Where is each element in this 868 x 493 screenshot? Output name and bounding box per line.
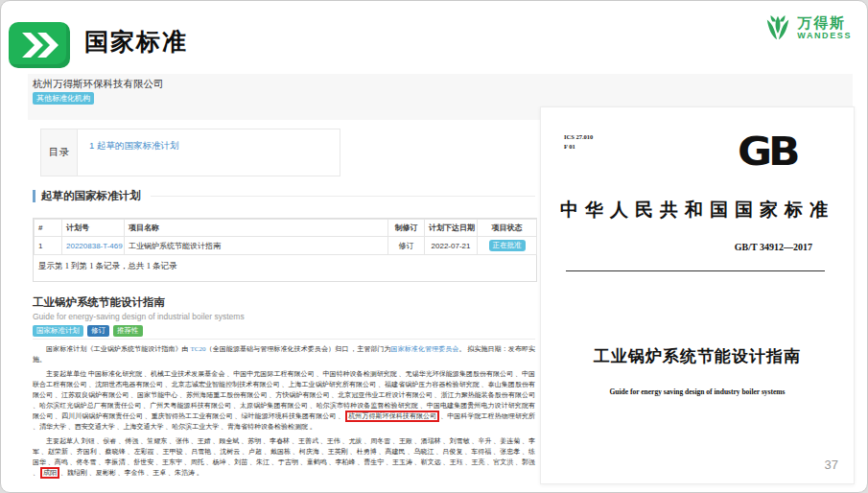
col-issue-date: 计划下达日期 xyxy=(425,220,478,237)
plans-table-panel: # 计划号 项目名称 制修订 计划下达日期 项目状态 1 20220838-T-… xyxy=(33,218,537,282)
gb-logo: GB xyxy=(738,129,797,174)
sac-link[interactable]: 国家标准化管理委员会 xyxy=(391,345,459,353)
table-record-summary: 显示第 1 到第 1 条记录，总共 1 条记录 xyxy=(34,255,536,281)
col-status: 项目状态 xyxy=(478,220,537,237)
col-plan-no: 计划号 xyxy=(62,220,125,237)
paragraph-plan-info: 国家标准计划《工业锅炉系统节能设计指南》由 TC20（全国能源基础与管理标准化技… xyxy=(33,344,535,365)
table-row: 1 20220838-T-469 工业锅炉系统节能设计指南 修订 2022-07… xyxy=(35,237,537,255)
col-project-name: 项目名称 xyxy=(125,220,388,237)
ics-classification: ICS 27.010 F 01 xyxy=(564,132,593,152)
tag-national-standard-plan: 国家标准计划 xyxy=(33,325,83,337)
presentation-slide: 国家标准 万得斯 WANDESS 杭州万得斯环保科技有限公司 其他标准化机构 目… xyxy=(0,0,868,493)
highlighted-company: 杭州万得斯环保科技有限公司 xyxy=(345,411,439,422)
slide-page-number: 37 xyxy=(825,458,838,472)
cell-issue-date: 2022-07-21 xyxy=(425,237,478,255)
ics-code: ICS 27.010 xyxy=(564,132,593,142)
page-title: 国家标准 xyxy=(84,26,188,58)
paragraph-drafters: 主要起草人 刘钮 、侯睿 、傅强 、笪耀东 、张伟 、王婧 、顾全斌 、苏明 、… xyxy=(33,436,535,479)
standard-title: 工业锅炉系统节能设计指南 xyxy=(33,295,245,310)
highlighted-drafter: 成阳 xyxy=(40,467,59,479)
brand-name-en: WANDESS xyxy=(797,31,852,40)
status-badge: 正在批准 xyxy=(489,240,526,251)
section-divider xyxy=(151,196,536,197)
standard-number: GB/T 34912—2017 xyxy=(735,242,812,252)
ics-class-code: F 01 xyxy=(564,142,593,152)
cell-index: 1 xyxy=(35,237,62,255)
gb-standard-cover: ICS 27.010 F 01 GB 中华人民共和国国家标准 GB/T 3491… xyxy=(540,106,855,484)
col-revision: 制修订 xyxy=(388,220,425,237)
double-chevron-icon xyxy=(9,22,70,68)
double-chevron-glyph xyxy=(20,32,59,59)
content-divider xyxy=(33,339,535,340)
cover-standard-title-en: Guide for energy saving design of indust… xyxy=(541,387,854,396)
tag-revision: 修订 xyxy=(87,325,109,337)
section-accent-bar xyxy=(33,190,35,202)
cover-national-header: 中华人民共和国国家标准 xyxy=(541,198,854,223)
standard-description: 国家标准计划《工业锅炉系统节能设计指南》由 TC20（全国能源基础与管理标准化技… xyxy=(33,344,535,482)
slide-canvas: 国家标准 万得斯 WANDESS 杭州万得斯环保科技有限公司 其他标准化机构 目… xyxy=(0,0,868,493)
drafters-list-after: 、魏绍刚 、夏彬彬 、李金伟 、王卓 、朱浩涛 。 xyxy=(60,469,203,477)
cell-project-name: 工业锅炉系统节能设计指南 xyxy=(125,237,388,255)
paragraph-drafting-units: 主要起草单位 中国标准化研究院 、机械工业技术发展基金会 、中国中元国际工程有限… xyxy=(33,369,535,433)
plan-info-prefix: 国家标准计划《工业锅炉系统节能设计指南》由 xyxy=(46,345,191,353)
brand-name-cn: 万得斯 xyxy=(797,14,852,31)
plans-table: # 计划号 项目名称 制修订 计划下达日期 项目状态 1 20220838-T-… xyxy=(34,219,537,255)
section-header: 起草的国家标准计划 xyxy=(33,189,535,203)
cover-standard-title: 工业锅炉系统节能设计指南 xyxy=(541,345,854,367)
wandess-logo: 万得斯 WANDESS xyxy=(763,12,852,43)
table-header-row: # 计划号 项目名称 制修订 计划下达日期 项目状态 xyxy=(35,220,537,237)
toc-box: 目录 1 起草的国家标准计划 xyxy=(40,129,340,176)
tag-recommended: 推荐性 xyxy=(113,325,143,337)
plan-number-link[interactable]: 20220838-T-469 xyxy=(66,242,123,250)
cell-revision: 修订 xyxy=(388,237,425,255)
company-type-tag: 其他标准化机构 xyxy=(33,92,94,105)
company-name: 杭州万得斯环保科技有限公司 xyxy=(33,78,164,91)
section-title: 起草的国家标准计划 xyxy=(41,189,141,203)
standard-tags: 国家标准计划 修订 推荐性 xyxy=(33,325,245,337)
wandess-plant-icon xyxy=(763,12,792,43)
cover-rule xyxy=(566,270,825,271)
toc-link-drafted-plans[interactable]: 1 起草的国家标准计划 xyxy=(89,140,178,151)
standard-detail-block: 工业锅炉系统节能设计指南 Guide for energy-saving des… xyxy=(33,295,245,337)
plan-info-middle: （全国能源基础与管理标准化技术委员会）归口 ，主管部门为 xyxy=(205,345,390,353)
tc20-link[interactable]: TC20 xyxy=(191,345,206,353)
toc-label: 目录 xyxy=(41,129,78,176)
col-index: # xyxy=(35,220,62,237)
standard-title-en: Guide for energy-saving design of indust… xyxy=(33,312,245,321)
